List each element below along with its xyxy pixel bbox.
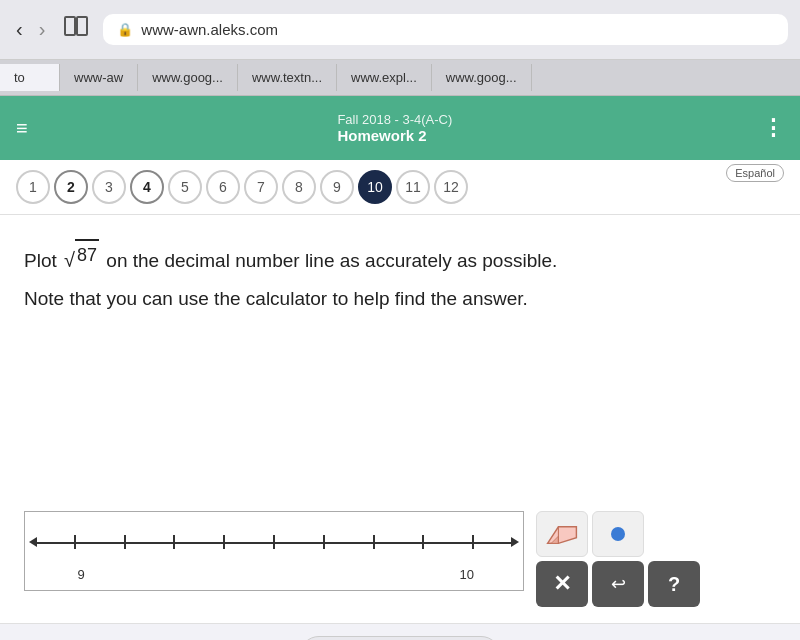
address-bar[interactable]: 🔒 www-awn.aleks.com	[103, 14, 788, 45]
q-num-3[interactable]: 3	[92, 170, 126, 204]
homework-label: Homework 2	[337, 127, 452, 144]
tab-5[interactable]: www.goog...	[432, 64, 532, 91]
q-num-11[interactable]: 11	[396, 170, 430, 204]
tab-3[interactable]: www.textn...	[238, 64, 337, 91]
q-num-8[interactable]: 8	[282, 170, 316, 204]
tick-7	[422, 535, 424, 549]
eraser-icon	[544, 523, 580, 545]
q-num-5[interactable]: 5	[168, 170, 202, 204]
svg-marker-2	[548, 527, 577, 544]
back-button[interactable]: ‹	[12, 14, 27, 45]
svg-rect-0	[65, 17, 75, 35]
undo-button[interactable]: ↩	[592, 561, 644, 607]
tick-6	[373, 535, 375, 549]
submit-area: Submit Assignment	[0, 623, 800, 640]
dot-tool[interactable]	[592, 511, 644, 557]
tick-2	[173, 535, 175, 549]
submit-button[interactable]: Submit Assignment	[299, 636, 502, 640]
tool-panel: ✕ ↩ ?	[536, 511, 700, 607]
url-text: www-awn.aleks.com	[141, 21, 278, 38]
bookmarks-button[interactable]	[61, 15, 91, 45]
tab-bar: to www-aw www.goog... www.textn... www.e…	[0, 60, 800, 96]
number-line-area: 9 10 ✕ ↩ ?	[0, 495, 800, 623]
q-num-9[interactable]: 9	[320, 170, 354, 204]
forward-button[interactable]: ›	[35, 14, 50, 45]
q-num-4[interactable]: 4	[130, 170, 164, 204]
problem-suffix: on the decimal number line as accurately…	[101, 250, 557, 271]
tab-2[interactable]: www.goog...	[138, 64, 238, 91]
eraser-tool[interactable]	[536, 511, 588, 557]
number-line[interactable]	[25, 522, 523, 562]
tick-labels: 9 10	[33, 562, 515, 582]
q-num-6[interactable]: 6	[206, 170, 240, 204]
lock-icon: 🔒	[117, 22, 133, 37]
clear-button[interactable]: ✕	[536, 561, 588, 607]
q-num-10[interactable]: 10	[358, 170, 392, 204]
number-line-container[interactable]: 9 10	[24, 511, 524, 591]
problem-text-line2: Note that you can use the calculator to …	[24, 284, 776, 314]
course-label: Fall 2018 - 3-4(A-C)	[337, 112, 452, 127]
tick-1	[124, 535, 126, 549]
main-content: Plot 87 on the decimal number line as ac…	[0, 215, 800, 495]
svg-rect-1	[77, 17, 87, 35]
tick-5	[323, 535, 325, 549]
q-num-2[interactable]: 2	[54, 170, 88, 204]
header-info: Fall 2018 - 3-4(A-C) Homework 2	[337, 112, 452, 144]
problem-text-line1: Plot 87 on the decimal number line as ac…	[24, 239, 776, 276]
tick-3	[223, 535, 225, 549]
label-left: 9	[78, 567, 85, 582]
aleks-header: ≡ Fall 2018 - 3-4(A-C) Homework 2 ⋮	[0, 96, 800, 160]
question-nav: Español 1 2 3 4 5 6 7 8 9 10 11 12	[0, 160, 800, 215]
q-num-1[interactable]: 1	[16, 170, 50, 204]
tool-row-top	[536, 511, 700, 557]
tick-4	[273, 535, 275, 549]
espanol-button[interactable]: Español	[726, 164, 784, 182]
q-num-7[interactable]: 7	[244, 170, 278, 204]
nl-right-arrow	[511, 537, 519, 547]
q-num-12[interactable]: 12	[434, 170, 468, 204]
more-button[interactable]: ⋮	[762, 115, 784, 141]
tick-0	[74, 535, 76, 549]
menu-button[interactable]: ≡	[16, 117, 28, 140]
tool-row-bottom: ✕ ↩ ?	[536, 561, 700, 607]
browser-chrome: ‹ › 🔒 www-awn.aleks.com	[0, 0, 800, 60]
sqrt-expression: 87	[64, 239, 99, 270]
label-right: 10	[460, 567, 474, 582]
tab-4[interactable]: www.expl...	[337, 64, 432, 91]
tab-1[interactable]: www-aw	[60, 64, 138, 91]
sqrt-radicand: 87	[75, 239, 99, 270]
problem-prefix: Plot	[24, 250, 62, 271]
bookmarks-icon	[61, 15, 91, 39]
tick-8	[472, 535, 474, 549]
tab-0[interactable]: to	[0, 64, 60, 91]
help-button[interactable]: ?	[648, 561, 700, 607]
nav-buttons: ‹ ›	[12, 14, 49, 45]
dot-icon	[611, 527, 625, 541]
